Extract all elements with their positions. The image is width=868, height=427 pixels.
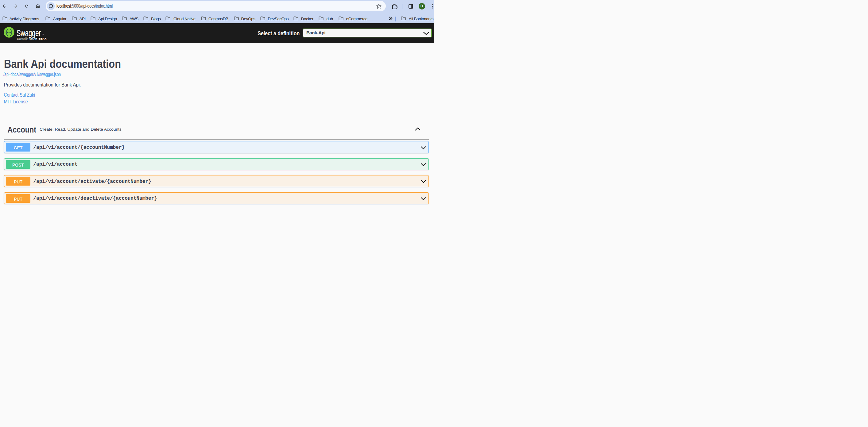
svg-text:localhost: localhost	[57, 3, 71, 9]
svg-text:Swagger: Swagger	[17, 28, 41, 38]
svg-text:Contact Sal Zaki: Contact Sal Zaki	[4, 92, 35, 98]
svg-text:TM: TM	[42, 34, 44, 35]
svg-text:/api-docs/swagger/v1/swagger.j: /api-docs/swagger/v1/swagger.json	[3, 71, 61, 77]
svg-text:Supported by: Supported by	[17, 37, 29, 40]
svg-text:Create, Read, Update and Delet: Create, Read, Update and Delete Accounts	[40, 127, 122, 132]
svg-text:MIT License: MIT License	[4, 99, 28, 104]
svg-text:Bank Api documentation: Bank Api documentation	[4, 59, 121, 69]
svg-text:SMARTBEAR: SMARTBEAR	[29, 37, 47, 40]
svg-text::5000/api-docs/index.html: :5000/api-docs/index.html	[71, 3, 113, 9]
svg-text:Provides documentation for Ban: Provides documentation for Bank Api.	[4, 82, 81, 88]
svg-text:Account: Account	[7, 126, 36, 134]
svg-text:Select a definition: Select a definition	[257, 30, 300, 36]
